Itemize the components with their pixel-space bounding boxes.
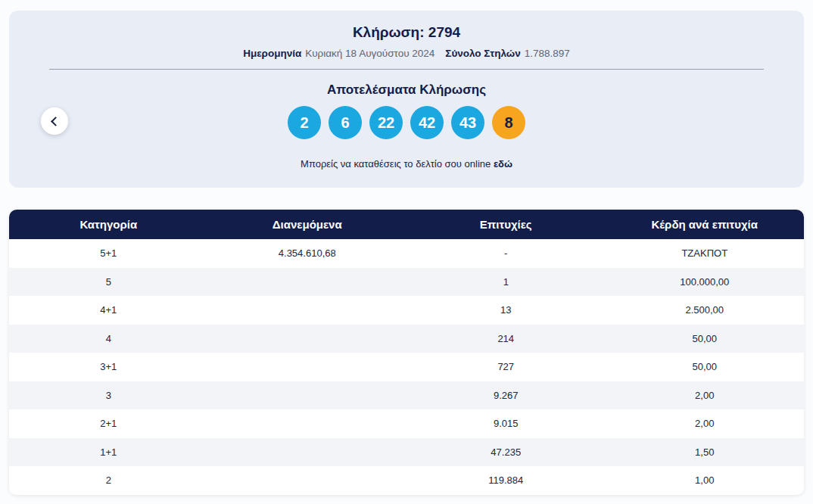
draw-title-number: 2794: [428, 24, 460, 40]
lottery-ball: 42: [410, 106, 444, 139]
lottery-ball-number: 6: [341, 114, 349, 132]
total-columns-value: 1.788.897: [525, 47, 570, 60]
lottery-ball: 22: [369, 106, 403, 139]
cell-winners: 47.235: [406, 446, 606, 458]
prize-table-header-cell: Κατηγορία: [9, 218, 208, 231]
cell-winners: 9.267: [406, 390, 606, 401]
table-row: 4+1 13 2.500,00: [9, 296, 804, 325]
total-columns-label: Σύνολο Στηλών: [445, 47, 520, 60]
cell-winners: 13: [406, 304, 606, 316]
table-row: 5+1 4.354.610,68 - ΤΖΑΚΠΟΤ: [9, 239, 804, 268]
cell-category: 2+1: [9, 418, 208, 429]
lottery-ball-number: 42: [419, 114, 435, 132]
lottery-ball: 6: [329, 106, 362, 139]
table-row: 3+1 727 50,00: [9, 353, 804, 381]
cell-category: 2: [9, 474, 208, 486]
previous-draw-button[interactable]: [41, 107, 68, 135]
draw-results-card: Κλήρωση: 2794 Ημερομηνία Κυριακή 18 Αυγο…: [9, 11, 804, 188]
cell-winners: 9.015: [406, 418, 606, 429]
chevron-left-icon: [51, 117, 61, 126]
prize-table: Κατηγορία Διανεμόμενα Επιτυχίες Κέρδη αν…: [9, 210, 804, 495]
table-row: 1+1 47.235 1,50: [9, 438, 804, 467]
table-row: 4 214 50,00: [9, 325, 804, 353]
draw-date-value: Κυριακή 18 Αυγούστου 2024: [305, 47, 435, 60]
cell-category: 3: [9, 390, 208, 401]
cell-winners: 214: [406, 333, 606, 344]
lottery-ball: 8: [492, 106, 525, 139]
cell-winners: 727: [406, 361, 606, 372]
cell-prize: 2,00: [606, 390, 805, 401]
lottery-ball-number: 43: [459, 114, 476, 132]
cell-prize: 1,00: [606, 474, 805, 486]
draw-meta: Ημερομηνία Κυριακή 18 Αυγούστου 2024 Σύν…: [9, 47, 804, 60]
total-columns: Σύνολο Στηλών 1.788.897: [445, 47, 570, 60]
cell-winners: 1: [406, 276, 606, 288]
cell-winners: -: [406, 247, 606, 259]
draw-date: Ημερομηνία Κυριακή 18 Αυγούστου 2024: [243, 47, 435, 60]
online-submit-line: Μπορείς να καταθέσεις το δελτίο σου onli…: [9, 158, 804, 170]
cell-prize: 2,00: [606, 418, 805, 429]
cell-prize: 50,00: [606, 333, 805, 344]
lottery-ball: 43: [451, 106, 484, 139]
cell-prize: 2.500,00: [606, 304, 805, 316]
draw-title: Κλήρωση: 2794: [9, 24, 804, 41]
lottery-ball-number: 22: [378, 114, 394, 132]
lottery-ball-number: 8: [504, 114, 512, 132]
cell-distributed: 4.354.610,68: [208, 247, 407, 259]
cell-winners: 119.884: [406, 474, 606, 486]
lottery-ball-number: 2: [300, 114, 308, 132]
cell-prize: 100.000,00: [606, 276, 805, 288]
table-row: 5 1 100.000,00: [9, 268, 804, 297]
card-divider: [49, 69, 764, 70]
winning-numbers: 2 6 22 42 43 8: [9, 106, 804, 139]
cell-prize: 50,00: [606, 361, 805, 372]
table-row: 2 119.884 1,00: [9, 466, 804, 495]
results-heading: Αποτελέσματα Κλήρωσης: [9, 82, 804, 98]
cell-category: 4: [9, 333, 208, 344]
table-row: 2+1 9.015 2,00: [9, 409, 804, 438]
online-submit-link[interactable]: εδώ: [494, 158, 512, 170]
cell-category: 1+1: [9, 446, 208, 458]
prize-table-header-cell: Επιτυχίες: [406, 218, 606, 231]
cell-category: 5: [9, 276, 208, 288]
cell-prize: 1,50: [606, 446, 805, 458]
cell-category: 4+1: [9, 304, 208, 316]
prize-table-header-cell: Κέρδη ανά επιτυχία: [606, 218, 805, 231]
prize-table-header-cell: Διανεμόμενα: [208, 218, 407, 231]
cell-category: 5+1: [9, 247, 208, 259]
draw-title-label: Κλήρωση:: [353, 24, 425, 40]
lottery-ball: 2: [288, 106, 321, 139]
cell-prize: ΤΖΑΚΠΟΤ: [606, 247, 805, 259]
prize-table-header: Κατηγορία Διανεμόμενα Επιτυχίες Κέρδη αν…: [9, 210, 804, 239]
draw-date-label: Ημερομηνία: [243, 47, 301, 60]
prize-table-body: 5+1 4.354.610,68 - ΤΖΑΚΠΟΤ 5 1 100.000,0…: [9, 239, 804, 495]
online-submit-text: Μπορείς να καταθέσεις το δελτίο σου onli…: [301, 158, 491, 170]
table-row: 3 9.267 2,00: [9, 381, 804, 410]
cell-category: 3+1: [9, 361, 208, 372]
